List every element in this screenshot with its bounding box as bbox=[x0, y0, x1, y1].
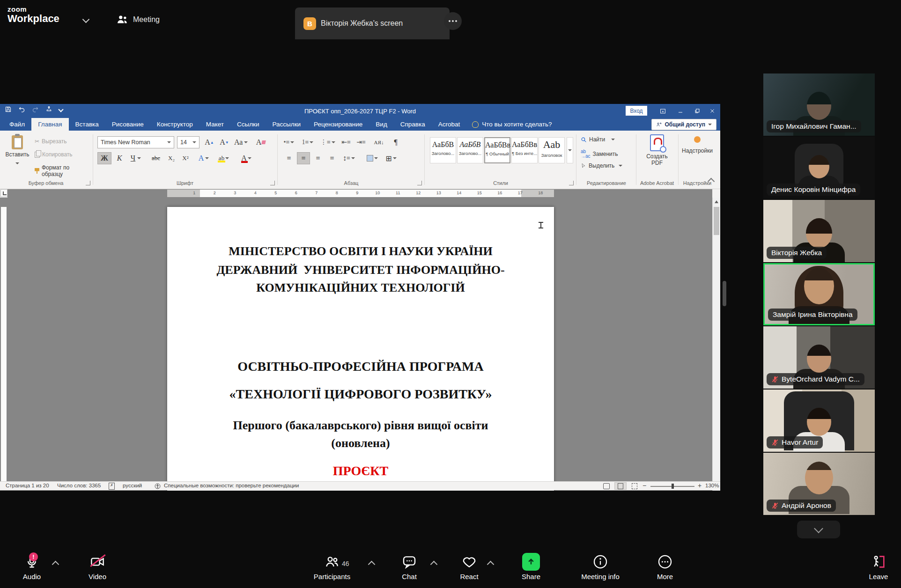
strikethrough-button[interactable]: abc bbox=[148, 152, 164, 164]
zoom-slider-thumb[interactable] bbox=[672, 484, 674, 489]
font-name-select[interactable]: Times New Roman bbox=[97, 136, 174, 148]
tab-insert[interactable]: Вставка bbox=[69, 118, 105, 131]
scroll-up-icon[interactable] bbox=[715, 200, 718, 203]
clear-formatting-button[interactable]: А bbox=[255, 136, 267, 148]
superscript-button[interactable]: X² bbox=[179, 152, 192, 164]
language-indicator[interactable]: русский bbox=[123, 483, 142, 488]
paste-button[interactable]: Вставить bbox=[6, 135, 29, 166]
style-heading1[interactable]: АаБбВ Заголово... bbox=[430, 137, 456, 163]
tab-design[interactable]: Конструктор bbox=[150, 118, 199, 131]
print-layout-button[interactable] bbox=[614, 482, 627, 490]
minimize-button[interactable] bbox=[672, 104, 688, 118]
vertical-ruler[interactable] bbox=[0, 198, 7, 491]
tab-home[interactable]: Главная bbox=[31, 118, 68, 131]
cut-button[interactable]: ✂ Вырезать bbox=[35, 138, 66, 145]
participant-tile[interactable]: ByteOrchard Vadym C... bbox=[763, 326, 875, 389]
style-normal[interactable]: АаБбВв ¶ Обычный bbox=[484, 137, 510, 163]
bold-button[interactable]: Ж bbox=[97, 152, 111, 164]
addins-button[interactable]: Надстройки bbox=[679, 136, 716, 154]
style-heading2[interactable]: АаБбВ Заголово... bbox=[457, 137, 483, 163]
tab-review[interactable]: Рецензирование bbox=[307, 118, 369, 131]
video-button[interactable]: Video bbox=[68, 553, 126, 581]
find-button[interactable]: Найти bbox=[581, 136, 615, 143]
participant-tile[interactable]: Андрій Аронов bbox=[763, 453, 875, 515]
tab-layout[interactable]: Макет bbox=[199, 118, 230, 131]
document-page[interactable]: МІНІСТЕРСТВО ОСВІТИ І НАУКИ УКРАЇНИ ДЕРЖ… bbox=[167, 207, 554, 491]
participant-tile[interactable]: Havor Artur bbox=[763, 390, 875, 452]
close-button[interactable] bbox=[704, 104, 720, 118]
show-marks-button[interactable]: ¶ bbox=[390, 136, 402, 148]
participants-button[interactable]: Participants bbox=[303, 553, 361, 581]
word-signin-button[interactable]: Вход bbox=[626, 106, 647, 116]
style-no-spacing[interactable]: АаБбВв ¶ Без инте... bbox=[511, 137, 538, 163]
tab-meeting[interactable]: Meeting bbox=[116, 0, 160, 39]
participant-tile[interactable]: Денис Коровін Мінцифра bbox=[763, 137, 875, 199]
align-center-button[interactable]: ≡ bbox=[297, 152, 310, 164]
chat-button[interactable]: Chat bbox=[380, 553, 438, 581]
font-size-select[interactable]: 14 bbox=[177, 136, 199, 148]
tab-shared-screen[interactable]: B Вікторія Жебка's screen bbox=[295, 7, 450, 39]
highlight-color-button[interactable]: ab bbox=[214, 152, 233, 164]
increase-indent-button[interactable]: ⇥≡ bbox=[355, 136, 367, 148]
sort-button[interactable]: АЯ↓ bbox=[373, 136, 385, 148]
tab-stop-selector[interactable] bbox=[0, 189, 7, 197]
ribbon-display-options-button[interactable] bbox=[655, 104, 671, 118]
tab-help[interactable]: Справка bbox=[394, 118, 432, 131]
multilevel-list-button[interactable]: ⋮≡ bbox=[320, 136, 335, 148]
meeting-info-button[interactable]: Meeting info bbox=[571, 553, 629, 581]
styles-gallery-more-button[interactable] bbox=[567, 137, 573, 163]
text-effects-button[interactable]: А bbox=[196, 152, 212, 164]
font-color-button[interactable]: А bbox=[237, 152, 256, 164]
decrease-indent-button[interactable]: ⇤≡ bbox=[340, 136, 352, 148]
more-button[interactable]: More bbox=[636, 553, 694, 581]
change-case-button[interactable]: Аа bbox=[234, 136, 248, 148]
style-title[interactable]: Aab Заголовок bbox=[539, 137, 565, 163]
paragraph-dialog-launcher[interactable] bbox=[417, 181, 422, 185]
align-left-button[interactable]: ≡ bbox=[283, 152, 295, 164]
tab-mailings[interactable]: Рассылки bbox=[266, 118, 308, 131]
subscript-button[interactable]: X₂ bbox=[165, 152, 178, 164]
line-spacing-button[interactable]: ↕≡ bbox=[343, 152, 355, 164]
web-layout-button[interactable] bbox=[628, 482, 641, 490]
bullet-list-button[interactable]: •≡ bbox=[283, 136, 295, 148]
participant-tile-active-speaker[interactable]: Замрій Ірина Вікторівна bbox=[763, 263, 875, 325]
proofing-icon[interactable]: ✗ bbox=[109, 483, 115, 490]
page-indicator[interactable]: Страница 1 из 20 bbox=[6, 483, 49, 488]
numbered-list-button[interactable]: 1≡ bbox=[302, 136, 314, 148]
format-painter-button[interactable]: Формат по образцу bbox=[35, 164, 92, 177]
font-dialog-launcher[interactable] bbox=[270, 181, 275, 185]
zoom-in-button[interactable]: + bbox=[698, 482, 702, 489]
word-count[interactable]: Число слов: 3365 bbox=[57, 483, 101, 488]
read-mode-button[interactable] bbox=[600, 482, 613, 490]
replace-button[interactable]: ab→ac Заменить bbox=[581, 149, 618, 159]
tab-acrobat[interactable]: Acrobat bbox=[432, 118, 467, 131]
underline-button[interactable]: Ч bbox=[127, 152, 144, 164]
justify-button[interactable]: ≡ bbox=[326, 152, 338, 164]
shading-button[interactable] bbox=[366, 152, 378, 164]
zoom-percentage[interactable]: 130% bbox=[705, 483, 719, 488]
tab-references[interactable]: Ссылки bbox=[230, 118, 266, 131]
tab-view[interactable]: Вид bbox=[369, 118, 393, 131]
clipboard-dialog-launcher[interactable] bbox=[86, 181, 90, 185]
italic-button[interactable]: К bbox=[113, 152, 126, 164]
grow-font-button[interactable]: А▲ bbox=[203, 136, 215, 148]
borders-button[interactable]: ⊞ bbox=[385, 152, 397, 164]
leave-button[interactable]: Leave bbox=[849, 553, 901, 581]
chevron-down-icon[interactable] bbox=[82, 16, 90, 23]
copy-button[interactable]: Копировать bbox=[35, 151, 73, 158]
zoom-out-button[interactable]: − bbox=[643, 482, 646, 489]
participant-tile[interactable]: Вікторія Жебка bbox=[763, 200, 875, 262]
tab-options-ellipsis-button[interactable] bbox=[444, 12, 462, 30]
horizontal-ruler[interactable]: 123456789101112131415161718 bbox=[7, 189, 712, 198]
word-scrollbar-thumb[interactable] bbox=[714, 207, 719, 235]
select-button[interactable]: Выделить bbox=[581, 162, 622, 169]
word-share-button[interactable]: Общий доступ bbox=[651, 119, 716, 130]
restore-button[interactable] bbox=[689, 104, 705, 118]
word-scrollbar[interactable] bbox=[712, 198, 720, 491]
create-pdf-button[interactable]: Создать PDF bbox=[637, 134, 677, 166]
tab-file[interactable]: Файл bbox=[3, 118, 31, 131]
shared-screen-scrollbar-thumb[interactable] bbox=[723, 281, 726, 306]
document-canvas[interactable]: МІНІСТЕРСТВО ОСВІТИ І НАУКИ УКРАЇНИ ДЕРЖ… bbox=[7, 198, 712, 491]
accessibility-status[interactable]: Специальные возможности: проверьте реком… bbox=[164, 483, 299, 488]
shrink-font-button[interactable]: А▼ bbox=[218, 136, 230, 148]
